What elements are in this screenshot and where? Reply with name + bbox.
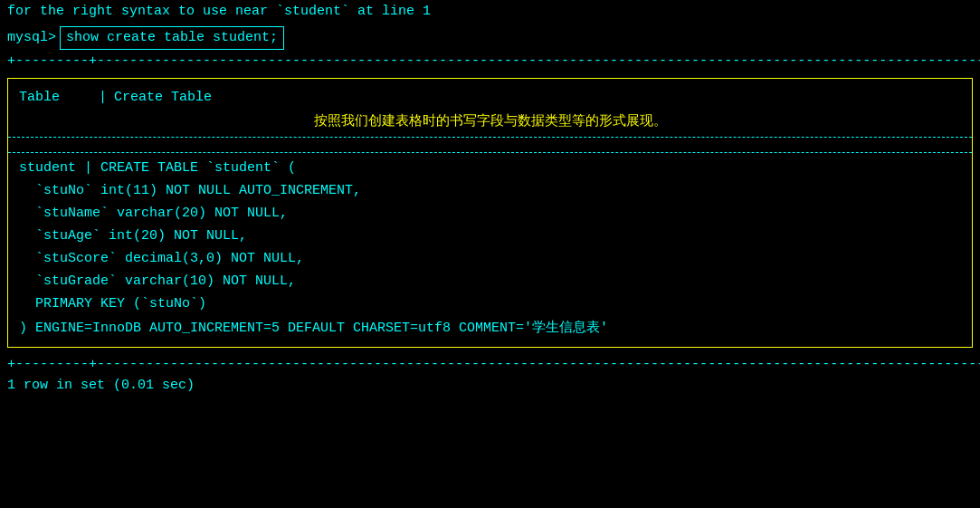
error-line: for the right syntax to use near `studen… bbox=[0, 0, 980, 24]
terminal: for the right syntax to use near `studen… bbox=[0, 0, 980, 397]
data-line-7: PRIMARY KEY (`stuNo`) bbox=[8, 292, 972, 315]
data-line-8: ) ENGINE=InnoDB AUTO_INCREMENT=5 DEFAULT… bbox=[8, 315, 972, 340]
col-separator: | bbox=[99, 90, 107, 105]
data-line-4: `stuAge` int(20) NOT NULL, bbox=[8, 225, 972, 247]
col-table-header: Table bbox=[19, 90, 91, 105]
result-header: Table | Create Table bbox=[8, 86, 972, 109]
data-line-3: `stuName` varchar(20) NOT NULL, bbox=[8, 202, 972, 225]
bottom-divider: +---------+-----------------------------… bbox=[0, 355, 980, 374]
top-divider: +---------+-----------------------------… bbox=[0, 52, 980, 71]
inner-divider-1 bbox=[8, 137, 972, 138]
data-line-1: student | CREATE TABLE `student` ( bbox=[8, 157, 972, 179]
data-line-6: `stuGrade` varchar(10) NOT NULL, bbox=[8, 270, 972, 292]
prompt-line: mysql> show create table student; bbox=[0, 24, 980, 53]
mysql-prompt: mysql> bbox=[7, 28, 56, 49]
col-create-header: Create Table bbox=[114, 90, 212, 105]
result-box: Table | Create Table 按照我们创建表格时的书写字段与数据类型… bbox=[7, 78, 973, 348]
data-line-2: `stuNo` int(11) NOT NULL AUTO_INCREMENT, bbox=[8, 179, 972, 202]
command-box: show create table student; bbox=[60, 26, 284, 51]
data-line-5: `stuScore` decimal(3,0) NOT NULL, bbox=[8, 247, 972, 270]
footer-text: 1 row in set (0.01 sec) bbox=[0, 374, 980, 397]
inner-divider-2 bbox=[8, 152, 972, 153]
annotation-text: 按照我们创建表格时的书写字段与数据类型等的形式展现。 bbox=[8, 109, 972, 133]
spacer bbox=[8, 141, 972, 149]
